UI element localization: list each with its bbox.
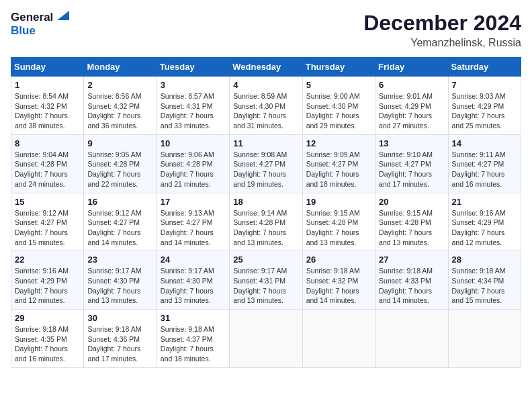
day-number: 5 (306, 80, 371, 90)
calendar-cell: 8Sunrise: 9:04 AM Sunset: 4:28 PM Daylig… (11, 134, 84, 193)
day-info: Sunrise: 9:17 AM Sunset: 4:30 PM Dayligh… (87, 266, 152, 306)
day-info: Sunrise: 9:14 AM Sunset: 4:28 PM Dayligh… (233, 208, 298, 248)
day-info: Sunrise: 9:03 AM Sunset: 4:29 PM Dayligh… (452, 91, 517, 131)
day-info: Sunrise: 9:18 AM Sunset: 4:32 PM Dayligh… (306, 266, 371, 306)
calendar-cell: 13Sunrise: 9:10 AM Sunset: 4:27 PM Dayli… (375, 134, 448, 193)
day-number: 1 (15, 80, 80, 90)
day-number: 7 (452, 80, 517, 90)
day-info: Sunrise: 9:12 AM Sunset: 4:27 PM Dayligh… (87, 208, 152, 248)
header-monday: Monday (84, 58, 157, 77)
day-info: Sunrise: 9:06 AM Sunset: 4:28 PM Dayligh… (161, 150, 226, 189)
day-number: 14 (452, 138, 517, 148)
day-info: Sunrise: 8:56 AM Sunset: 4:32 PM Dayligh… (87, 91, 152, 131)
calendar-cell: 4Sunrise: 8:59 AM Sunset: 4:30 PM Daylig… (230, 77, 302, 135)
day-info: Sunrise: 9:00 AM Sunset: 4:30 PM Dayligh… (306, 91, 371, 131)
day-number: 19 (306, 197, 371, 207)
day-number: 28 (452, 255, 517, 265)
day-info: Sunrise: 9:17 AM Sunset: 4:30 PM Dayligh… (161, 266, 226, 306)
day-number: 16 (87, 197, 152, 207)
calendar-cell (230, 310, 302, 368)
calendar-header-row: SundayMondayTuesdayWednesdayThursdayFrid… (11, 58, 521, 77)
calendar-cell: 18Sunrise: 9:14 AM Sunset: 4:28 PM Dayli… (230, 193, 302, 251)
calendar-cell: 10Sunrise: 9:06 AM Sunset: 4:28 PM Dayli… (157, 134, 229, 193)
calendar-cell: 24Sunrise: 9:17 AM Sunset: 4:30 PM Dayli… (157, 251, 229, 310)
day-number: 3 (161, 80, 226, 90)
logo-blue: Blue (11, 24, 69, 38)
day-number: 21 (452, 197, 517, 207)
day-info: Sunrise: 9:18 AM Sunset: 4:35 PM Dayligh… (15, 324, 80, 364)
calendar-cell: 16Sunrise: 9:12 AM Sunset: 4:27 PM Dayli… (84, 193, 157, 251)
calendar-cell: 3Sunrise: 8:57 AM Sunset: 4:31 PM Daylig… (157, 77, 229, 135)
calendar-cell: 11Sunrise: 9:08 AM Sunset: 4:27 PM Dayli… (230, 134, 302, 193)
day-number: 29 (15, 313, 80, 323)
week-row-2: 8Sunrise: 9:04 AM Sunset: 4:28 PM Daylig… (11, 134, 521, 193)
location-subtitle: Yemanzhelinsk, Russia (363, 37, 521, 49)
header-thursday: Thursday (302, 58, 375, 77)
calendar-cell: 21Sunrise: 9:16 AM Sunset: 4:29 PM Dayli… (448, 193, 521, 251)
page-header: General Blue December 2024 Yemanzhelinsk… (11, 11, 521, 49)
calendar-cell (448, 310, 521, 368)
calendar-cell: 1Sunrise: 8:54 AM Sunset: 4:32 PM Daylig… (11, 77, 84, 135)
day-number: 11 (233, 138, 298, 148)
calendar-body: 1Sunrise: 8:54 AM Sunset: 4:32 PM Daylig… (11, 77, 521, 368)
calendar-cell: 5Sunrise: 9:00 AM Sunset: 4:30 PM Daylig… (302, 77, 375, 135)
day-number: 8 (15, 138, 80, 148)
header-friday: Friday (375, 58, 448, 77)
day-info: Sunrise: 9:16 AM Sunset: 4:29 PM Dayligh… (452, 208, 517, 248)
week-row-3: 15Sunrise: 9:12 AM Sunset: 4:27 PM Dayli… (11, 193, 521, 251)
calendar-cell: 27Sunrise: 9:18 AM Sunset: 4:33 PM Dayli… (375, 251, 448, 310)
day-info: Sunrise: 9:18 AM Sunset: 4:37 PM Dayligh… (161, 324, 226, 364)
calendar-cell: 17Sunrise: 9:13 AM Sunset: 4:27 PM Dayli… (157, 193, 229, 251)
day-number: 12 (306, 138, 371, 148)
day-number: 4 (233, 80, 298, 90)
day-number: 24 (161, 255, 226, 265)
calendar-cell: 22Sunrise: 9:16 AM Sunset: 4:29 PM Dayli… (11, 251, 84, 310)
day-info: Sunrise: 9:18 AM Sunset: 4:34 PM Dayligh… (452, 266, 517, 306)
day-number: 22 (15, 255, 80, 265)
calendar-cell: 28Sunrise: 9:18 AM Sunset: 4:34 PM Dayli… (448, 251, 521, 310)
calendar-cell: 29Sunrise: 9:18 AM Sunset: 4:35 PM Dayli… (11, 310, 84, 368)
calendar-cell: 9Sunrise: 9:05 AM Sunset: 4:28 PM Daylig… (84, 134, 157, 193)
logo: General Blue (11, 11, 69, 37)
svg-marker-0 (57, 11, 69, 20)
day-info: Sunrise: 9:09 AM Sunset: 4:27 PM Dayligh… (306, 150, 371, 189)
calendar-cell: 26Sunrise: 9:18 AM Sunset: 4:32 PM Dayli… (302, 251, 375, 310)
day-number: 15 (15, 197, 80, 207)
calendar-cell (375, 310, 448, 368)
calendar-cell: 31Sunrise: 9:18 AM Sunset: 4:37 PM Dayli… (157, 310, 229, 368)
calendar-cell: 19Sunrise: 9:15 AM Sunset: 4:28 PM Dayli… (302, 193, 375, 251)
month-year-title: December 2024 (363, 11, 521, 36)
header-wednesday: Wednesday (230, 58, 302, 77)
day-info: Sunrise: 9:15 AM Sunset: 4:28 PM Dayligh… (306, 208, 371, 248)
day-number: 25 (233, 255, 298, 265)
day-info: Sunrise: 9:13 AM Sunset: 4:27 PM Dayligh… (161, 208, 226, 248)
header-saturday: Saturday (448, 58, 521, 77)
day-number: 27 (379, 255, 444, 265)
day-number: 26 (306, 255, 371, 265)
header-sunday: Sunday (11, 58, 84, 77)
calendar-table: SundayMondayTuesdayWednesdayThursdayFrid… (11, 57, 521, 368)
day-info: Sunrise: 9:05 AM Sunset: 4:28 PM Dayligh… (87, 150, 152, 189)
day-number: 18 (233, 197, 298, 207)
day-info: Sunrise: 9:01 AM Sunset: 4:29 PM Dayligh… (379, 91, 444, 131)
day-info: Sunrise: 9:17 AM Sunset: 4:31 PM Dayligh… (233, 266, 298, 306)
calendar-cell: 23Sunrise: 9:17 AM Sunset: 4:30 PM Dayli… (84, 251, 157, 310)
day-info: Sunrise: 8:54 AM Sunset: 4:32 PM Dayligh… (15, 91, 80, 131)
day-info: Sunrise: 8:59 AM Sunset: 4:30 PM Dayligh… (233, 91, 298, 131)
day-info: Sunrise: 9:16 AM Sunset: 4:29 PM Dayligh… (15, 266, 80, 306)
day-number: 31 (161, 313, 226, 323)
day-number: 30 (87, 313, 152, 323)
logo-general: General (11, 11, 53, 24)
calendar-cell: 15Sunrise: 9:12 AM Sunset: 4:27 PM Dayli… (11, 193, 84, 251)
calendar-cell: 20Sunrise: 9:15 AM Sunset: 4:28 PM Dayli… (375, 193, 448, 251)
day-number: 2 (87, 80, 152, 90)
day-number: 9 (87, 138, 152, 148)
day-number: 10 (161, 138, 226, 148)
calendar-cell: 2Sunrise: 8:56 AM Sunset: 4:32 PM Daylig… (84, 77, 157, 135)
day-info: Sunrise: 9:08 AM Sunset: 4:27 PM Dayligh… (233, 150, 298, 189)
day-info: Sunrise: 9:10 AM Sunset: 4:27 PM Dayligh… (379, 150, 444, 189)
calendar-cell: 14Sunrise: 9:11 AM Sunset: 4:27 PM Dayli… (448, 134, 521, 193)
calendar-cell: 30Sunrise: 9:18 AM Sunset: 4:36 PM Dayli… (84, 310, 157, 368)
title-block: December 2024 Yemanzhelinsk, Russia (363, 11, 521, 49)
day-info: Sunrise: 9:11 AM Sunset: 4:27 PM Dayligh… (452, 150, 517, 189)
